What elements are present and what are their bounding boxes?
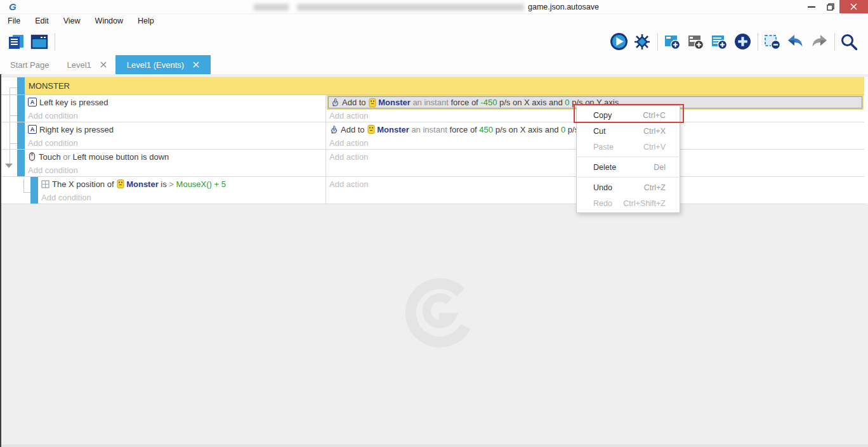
- tab-close-icon[interactable]: [193, 62, 199, 68]
- menu-window[interactable]: Window: [93, 15, 126, 27]
- remove-event-button[interactable]: [763, 32, 782, 51]
- add-event-button[interactable]: [662, 32, 681, 51]
- start-page-button[interactable]: [30, 32, 49, 51]
- project-manager-button[interactable]: [6, 32, 25, 51]
- comment-row[interactable]: MONSTER: [1, 77, 864, 95]
- tab-label: Level1 (Events): [127, 60, 184, 70]
- menu-item-label: Paste: [593, 143, 643, 152]
- action-text: p/s on X axis and: [497, 98, 565, 107]
- condition-text: The X position of: [52, 179, 116, 189]
- menu-item-shortcut: Del: [654, 163, 666, 172]
- condition-expression: MouseX() + 5: [176, 179, 226, 189]
- object-name: Monster: [126, 179, 159, 189]
- conditions-cell[interactable]: A Right key is pressed Add condition: [25, 122, 326, 149]
- close-button[interactable]: [839, 0, 868, 13]
- add-subevent-icon: [687, 33, 704, 51]
- undo-button[interactable]: [786, 32, 805, 51]
- redo-button[interactable]: [810, 32, 829, 51]
- menu-item-shortcut: Ctrl+V: [643, 143, 666, 152]
- add-comment-icon: [710, 33, 728, 51]
- event-bar: [30, 177, 38, 204]
- context-menu-item-delete[interactable]: Delete Del: [577, 159, 680, 175]
- add-action-link[interactable]: Add action: [329, 138, 368, 148]
- add-condition-link[interactable]: Add condition: [28, 165, 78, 175]
- event-row[interactable]: A Right key is pressed Add condition Add…: [1, 122, 864, 150]
- add-event-icon: [663, 33, 681, 51]
- position-icon: [41, 180, 49, 188]
- menu-file[interactable]: File: [5, 15, 23, 27]
- start-page-window-icon: [30, 33, 49, 51]
- menu-view[interactable]: View: [61, 15, 83, 27]
- conditions-cell[interactable]: The X position of Monster is > MouseX() …: [38, 177, 326, 204]
- tree-line: [23, 179, 24, 193]
- collapse-arrow-icon[interactable]: [5, 164, 13, 168]
- conditions-cell[interactable]: Touch or Left mouse button is down Add c…: [25, 150, 326, 176]
- project-manager-icon: [7, 33, 25, 51]
- add-condition-link[interactable]: Add condition: [28, 111, 78, 120]
- menu-item-label: Cut: [593, 127, 643, 136]
- tab-level1[interactable]: Level1: [58, 55, 115, 74]
- monster-sprite-icon: [367, 125, 375, 134]
- context-menu-item-cut[interactable]: Cut Ctrl+X: [577, 123, 680, 139]
- undo-icon: [787, 34, 805, 50]
- condition-text: is: [159, 179, 169, 189]
- application-window: G game.json.autosave File Edit View Wind…: [0, 0, 868, 447]
- action-param: 0: [561, 125, 565, 134]
- event-row[interactable]: A Left key is pressed Add condition Add …: [1, 95, 864, 122]
- conditions-cell[interactable]: A Left key is pressed Add condition: [25, 95, 326, 122]
- debug-icon: [633, 33, 651, 51]
- context-menu-item-undo[interactable]: Undo Ctrl+Z: [577, 179, 680, 195]
- event-row[interactable]: Touch or Left mouse button is down Add c…: [1, 150, 864, 177]
- debug-button[interactable]: [633, 32, 652, 51]
- add-comment-button[interactable]: [709, 32, 728, 51]
- add-condition-link[interactable]: Add condition: [41, 193, 91, 202]
- restore-button[interactable]: [821, 0, 840, 13]
- tab-label: Level1: [67, 60, 91, 70]
- menu-item-shortcut: Ctrl+C: [643, 111, 666, 120]
- add-action-link[interactable]: Add action: [329, 152, 368, 162]
- add-subevent-button[interactable]: [686, 32, 705, 51]
- tab-start-page[interactable]: Start Page: [1, 55, 58, 74]
- add-other-button[interactable]: [733, 32, 752, 51]
- monster-sprite-icon: [117, 179, 124, 188]
- tree-line: [10, 115, 17, 116]
- action-text: force of: [450, 98, 480, 107]
- window-title: game.json.autosave: [528, 3, 599, 11]
- context-menu-item-paste[interactable]: Paste Ctrl+V: [577, 139, 680, 155]
- gdevelop-watermark-logo: [395, 278, 483, 354]
- events-sheet: MONSTER A Left key is pressed Add condit…: [1, 77, 865, 204]
- comment-text[interactable]: MONSTER: [25, 77, 864, 94]
- tree-line: [10, 87, 17, 88]
- tab-label: Start Page: [10, 60, 49, 70]
- preview-play-button[interactable]: [609, 32, 628, 51]
- mouse-icon: [28, 152, 36, 161]
- close-icon: [850, 3, 857, 10]
- restore-icon: [827, 3, 834, 11]
- action-text: Add to: [341, 125, 367, 134]
- event-bar: [17, 122, 25, 149]
- menu-edit[interactable]: Edit: [32, 15, 51, 27]
- tab-close-icon[interactable]: [100, 62, 107, 68]
- add-condition-link[interactable]: Add condition: [28, 138, 78, 148]
- minimize-icon: [808, 6, 815, 8]
- action-param: 450: [479, 125, 493, 134]
- search-events-button[interactable]: [839, 32, 858, 51]
- add-action-link[interactable]: Add action: [329, 111, 368, 120]
- context-menu-item-redo[interactable]: Redo Ctrl+Shift+Z: [577, 195, 680, 211]
- menu-help[interactable]: Help: [135, 15, 157, 27]
- add-action-link[interactable]: Add action: [329, 179, 368, 189]
- sub-event-row[interactable]: The X position of Monster is > MouseX() …: [1, 177, 864, 204]
- action-text: an instant: [411, 98, 451, 107]
- keyboard-key-icon: A: [28, 125, 37, 134]
- minimize-button[interactable]: [802, 0, 821, 13]
- gdevelop-logo-icon: G: [9, 1, 16, 12]
- tab-level1-events[interactable]: Level1 (Events): [115, 55, 211, 74]
- window-bottom-edge: [1, 444, 868, 447]
- context-menu: Copy Ctrl+C Cut Ctrl+X Paste Ctrl+V Dele…: [576, 105, 680, 213]
- condition-text: Right key is pressed: [39, 125, 114, 134]
- title-bar: G game.json.autosave: [0, 0, 868, 14]
- menu-item-label: Undo: [593, 183, 644, 192]
- context-menu-item-copy[interactable]: Copy Ctrl+C: [577, 107, 680, 123]
- action-text: force of: [449, 125, 479, 134]
- menu-separator: [577, 157, 679, 157]
